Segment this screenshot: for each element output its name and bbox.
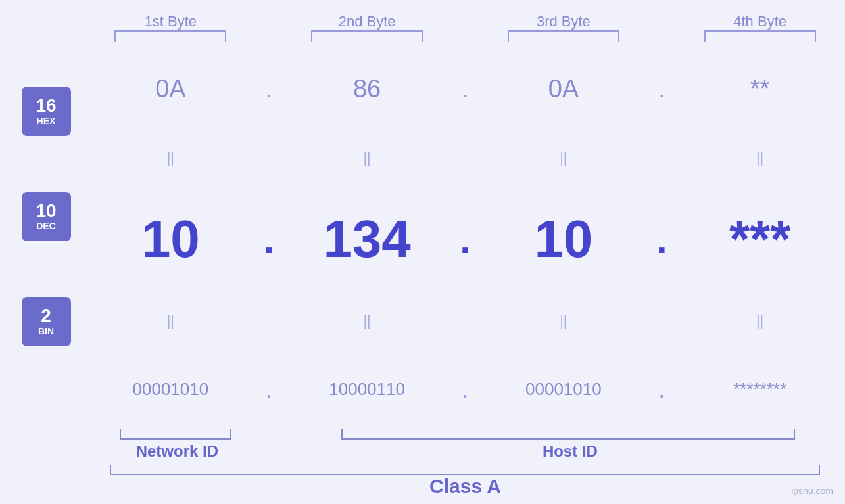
dec-b4: ***: [729, 210, 790, 268]
bracket-class: [110, 465, 820, 475]
hex-sep-2: .: [452, 76, 479, 103]
hex-row: 0A . 86 . 0A . **: [85, 75, 845, 103]
network-id-label: Network ID: [136, 442, 218, 460]
dec-sep-3: .: [648, 217, 675, 262]
bracket-bottom-net: [120, 429, 231, 440]
bracket-top-1: [114, 30, 226, 42]
dec-sep-1: .: [256, 217, 282, 262]
bin-sep-1: .: [256, 376, 282, 403]
dec-b2: 134: [323, 210, 410, 268]
dec-badge: 10 DEC: [22, 192, 71, 241]
dec-b1: 10: [141, 210, 200, 268]
bin-b3: 00001010: [525, 379, 602, 399]
bracket-top-3: [508, 30, 619, 42]
hex-b4: **: [750, 75, 770, 103]
byte-header-3: 3rd Byte: [479, 13, 649, 30]
class-label: Class A: [429, 475, 501, 497]
bin-sep-3: .: [648, 376, 675, 403]
bin-b1: 00001010: [133, 379, 209, 399]
eq-1-b1: ||: [85, 150, 256, 167]
values-grid: 0A . 86 . 0A . ** || || || || 10: [85, 45, 845, 426]
eq-2-b3: ||: [479, 312, 649, 329]
byte-header-2: 2nd Byte: [282, 13, 452, 30]
hex-b1: 0A: [155, 75, 185, 103]
byte-header-4: 4th Byte: [675, 13, 845, 30]
eq-2-b1: ||: [85, 312, 256, 329]
bin-row: 00001010 . 10000110 . 00001010 . *******…: [85, 376, 845, 403]
eq-1-b3: ||: [479, 150, 649, 167]
equals-row-2: || || || ||: [85, 312, 845, 329]
badges-column: 16 HEX 10 DEC 2 BIN: [0, 45, 85, 426]
byte-header-1: 1st Byte: [85, 13, 256, 30]
main-container: 1st Byte 2nd Byte 3rd Byte 4th Byte 16: [0, 0, 845, 504]
bin-b4: ********: [733, 379, 786, 399]
bracket-top-4: [704, 30, 816, 42]
bracket-top-2: [311, 30, 423, 42]
bin-badge: 2 BIN: [22, 297, 71, 346]
eq-2-b4: ||: [675, 312, 845, 329]
dec-row: 10 . 134 . 10 . ***: [85, 213, 845, 265]
bracket-bottom-host: [341, 429, 795, 440]
hex-sep-3: .: [648, 76, 675, 103]
hex-b2: 86: [353, 75, 381, 103]
hex-badge: 16 HEX: [22, 87, 71, 136]
eq-2-b2: ||: [282, 312, 452, 329]
dec-sep-2: .: [452, 217, 479, 262]
host-id-label: Host ID: [543, 442, 598, 460]
dec-b3: 10: [534, 210, 592, 268]
bin-b2: 10000110: [329, 379, 405, 399]
eq-1-b2: ||: [282, 150, 452, 167]
eq-1-b4: ||: [675, 150, 845, 167]
data-section: 16 HEX 10 DEC 2 BIN 0A . 86 . 0A . **: [0, 45, 845, 426]
bin-sep-2: .: [452, 376, 479, 403]
equals-row-1: || || || ||: [85, 150, 845, 167]
hex-sep-1: .: [256, 76, 282, 103]
watermark: ipshu.com: [791, 486, 833, 496]
hex-b3: 0A: [548, 75, 579, 103]
